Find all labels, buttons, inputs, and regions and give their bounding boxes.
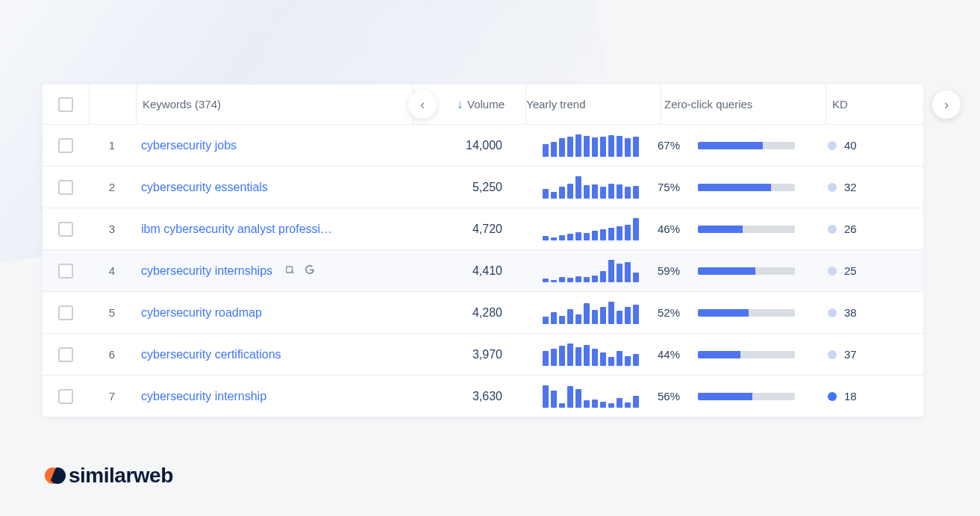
trend-sparkline [523, 344, 658, 366]
brand-name: similarweb [69, 464, 173, 488]
kd-dot-icon [828, 225, 837, 234]
table-row[interactable]: 4cybersecurity internships4,41059%25 [43, 250, 923, 292]
volume-value: 5,250 [411, 181, 523, 194]
volume-value: 4,720 [411, 223, 523, 236]
row-checkbox[interactable] [58, 138, 73, 153]
kd-dot-icon [828, 350, 837, 359]
table-row[interactable]: 1cybersecurity jobs14,00067%40 [43, 125, 923, 167]
kd-dot-icon [828, 392, 837, 401]
zeroclick-bar [698, 351, 795, 358]
trend-sparkline [523, 218, 658, 240]
keyword-link[interactable]: cybersecurity internships [141, 264, 272, 278]
chevron-right-icon: › [944, 97, 949, 113]
brand-mark-icon [45, 466, 64, 485]
keyword-link[interactable]: cybersecurity certifications [141, 348, 281, 361]
kd-value: 38 [844, 306, 857, 319]
zeroclick-bar [698, 267, 795, 275]
row-checkbox[interactable] [58, 347, 73, 362]
kd-dot-icon [828, 183, 837, 192]
row-index: 2 [89, 181, 135, 193]
zeroclick-percent: 59% [658, 264, 689, 277]
trend-sparkline [523, 385, 658, 408]
zeroclick-bar [698, 393, 795, 400]
row-index: 3 [89, 223, 135, 235]
column-header-trend[interactable]: Yearly trend [526, 98, 661, 111]
select-all-checkbox[interactable] [58, 97, 73, 112]
column-header-keywords-label: Keywords (374) [143, 98, 221, 111]
volume-value: 3,630 [411, 390, 523, 403]
volume-value: 14,000 [411, 139, 523, 152]
table-row[interactable]: 6cybersecurity certifications3,97044%37 [43, 334, 923, 376]
kd-value: 26 [844, 223, 857, 235]
row-checkbox[interactable] [58, 389, 73, 404]
table-header: Keywords (374) ↓ Volume Yearly trend Zer… [43, 84, 923, 125]
trend-sparkline [523, 260, 658, 282]
row-index: 5 [89, 306, 135, 319]
zeroclick-bar [698, 184, 795, 191]
trend-sparkline [523, 134, 658, 157]
google-icon[interactable] [304, 264, 316, 279]
kd-value: 25 [844, 264, 857, 277]
zeroclick-bar [698, 226, 795, 233]
column-header-keywords[interactable]: Keywords (374) [137, 98, 413, 111]
serp-preview-icon[interactable] [284, 264, 296, 279]
table-row[interactable]: 7cybersecurity internship3,63056%18 [43, 376, 923, 417]
brand-logo: similarweb [45, 464, 173, 488]
kd-value: 40 [844, 139, 857, 152]
row-checkbox[interactable] [58, 180, 73, 195]
keyword-link[interactable]: cybersecurity internship [141, 390, 266, 403]
sort-desc-icon: ↓ [457, 99, 463, 111]
volume-value: 4,280 [411, 306, 523, 320]
zeroclick-percent: 44% [658, 348, 689, 361]
row-index: 4 [89, 264, 135, 277]
kd-value: 18 [844, 390, 857, 402]
keyword-link[interactable]: cybersecurity roadmap [141, 306, 262, 320]
keywords-table: Keywords (374) ↓ Volume Yearly trend Zer… [43, 84, 923, 417]
scroll-right-button[interactable]: › [932, 90, 961, 119]
zeroclick-bar [698, 142, 795, 149]
column-header-kd[interactable]: KD [826, 98, 897, 111]
trend-sparkline [523, 176, 658, 199]
column-header-volume-label: Volume [467, 98, 505, 111]
zeroclick-percent: 67% [658, 139, 689, 152]
table-row[interactable]: 2cybersecurity essentials5,25075%32 [43, 167, 923, 208]
column-header-trend-label: Yearly trend [526, 98, 586, 111]
volume-value: 4,410 [411, 264, 523, 278]
row-index: 1 [89, 139, 135, 152]
zeroclick-percent: 56% [658, 390, 689, 402]
trend-sparkline [523, 302, 658, 324]
zeroclick-percent: 46% [658, 223, 689, 235]
zeroclick-percent: 75% [658, 181, 689, 193]
svg-rect-0 [287, 267, 293, 273]
row-action-icons [284, 264, 316, 279]
row-checkbox[interactable] [58, 222, 73, 237]
kd-dot-icon [828, 267, 837, 276]
table-row[interactable]: 5cybersecurity roadmap4,28052%38 [43, 292, 923, 334]
volume-value: 3,970 [411, 348, 523, 361]
chevron-left-icon: ‹ [420, 97, 425, 113]
keyword-link[interactable]: ibm cybersecurity analyst professi… [141, 223, 332, 236]
kd-dot-icon [828, 141, 837, 150]
zeroclick-percent: 52% [658, 306, 689, 319]
row-index: 7 [89, 390, 135, 402]
scroll-left-button[interactable]: ‹ [408, 90, 437, 119]
column-header-zeroclick[interactable]: Zero-click queries [661, 98, 825, 111]
keyword-link[interactable]: cybersecurity essentials [141, 181, 268, 194]
row-checkbox[interactable] [58, 305, 73, 320]
column-header-zeroclick-label: Zero-click queries [664, 98, 752, 111]
kd-dot-icon [828, 308, 837, 317]
row-index: 6 [89, 348, 135, 361]
zeroclick-bar [698, 309, 795, 317]
kd-value: 37 [844, 348, 857, 361]
keyword-link[interactable]: cybersecurity jobs [141, 139, 237, 152]
row-checkbox[interactable] [58, 264, 73, 279]
table-row[interactable]: 3ibm cybersecurity analyst professi…4,72… [43, 208, 923, 250]
column-header-kd-label: KD [832, 98, 848, 111]
kd-value: 32 [844, 181, 857, 193]
